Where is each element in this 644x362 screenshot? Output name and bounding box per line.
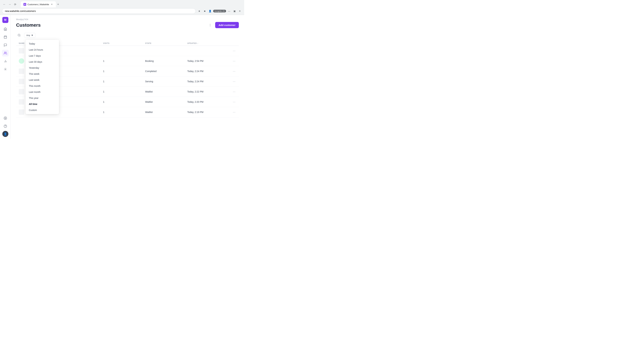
row-actions: ⋯ — [230, 100, 236, 104]
tab-close-button[interactable]: ✕ — [50, 3, 53, 6]
close-window-button[interactable]: ✕ — [238, 9, 242, 13]
visits-cell: 1 — [103, 100, 145, 103]
visits-cell: 1 — [103, 111, 145, 113]
dropdown-item-today[interactable]: Today — [26, 41, 59, 47]
back-button[interactable]: ← — [2, 2, 7, 7]
svg-point-16 — [18, 34, 20, 36]
visits-cell: 1 — [103, 80, 145, 83]
filter-label: Any — [26, 34, 30, 36]
sidebar-item-settings[interactable] — [2, 66, 9, 72]
incognito-badge: Incognito (2) — [213, 10, 226, 12]
search-button[interactable] — [16, 32, 22, 38]
time-filter-dropdown[interactable]: Any ▼ — [24, 33, 36, 38]
browser-chrome: ← → ⟳ W Customers | Waitwhile ✕ + new.wa… — [0, 0, 244, 15]
avatar — [19, 48, 24, 53]
updated-cell: Today, 2:24 PM — [187, 80, 230, 83]
updated-cell: Today, 2:22 PM — [187, 90, 230, 93]
new-tab-button[interactable]: + — [56, 2, 60, 7]
browser-tab[interactable]: W Customers | Waitwhile ✕ — [21, 1, 56, 7]
extensions-button[interactable]: ■ — [202, 9, 207, 13]
state-cell: Serving — [145, 80, 187, 83]
sidebar-item-customers[interactable] — [2, 50, 9, 56]
dropdown-item-this-month[interactable]: This month — [26, 83, 59, 89]
state-cell: Waitlist — [145, 111, 187, 113]
state-cell: Waitlist — [145, 100, 187, 103]
tab-title: Customers | Waitwhile — [28, 3, 49, 6]
row-menu-button[interactable]: ⋯ — [232, 110, 236, 114]
visits-cell: 1 — [103, 90, 145, 93]
row-menu-button[interactable]: ⋯ — [232, 89, 236, 94]
main-content: Moodjoy7434 Customers Add customer — [11, 15, 244, 139]
sidebar-item-messages[interactable] — [2, 42, 9, 48]
more-options-button[interactable] — [207, 22, 213, 28]
header-actions: Add customer — [207, 22, 239, 28]
dropdown-item-last-7-days[interactable]: Last 7 days — [26, 53, 59, 59]
updated-cell: Today, 2:20 PM — [187, 100, 230, 103]
row-menu-button[interactable]: ⋯ — [232, 69, 236, 73]
avatar — [19, 68, 24, 74]
forward-button[interactable]: → — [8, 2, 12, 7]
svg-point-8 — [5, 69, 6, 70]
reload-button[interactable]: ⟳ — [13, 2, 18, 7]
row-actions: ⋯ — [230, 49, 236, 53]
browser-nav: ← → ⟳ — [2, 2, 18, 7]
dropdown-item-last-30-days[interactable]: Last 30 days — [26, 59, 59, 65]
row-menu-button[interactable]: ⋯ — [232, 79, 236, 84]
sidebar-item-home[interactable] — [2, 26, 9, 32]
visits-cell: 1 — [103, 70, 145, 72]
avatar — [19, 99, 24, 105]
svg-point-13 — [210, 24, 210, 24]
bookmark-button[interactable]: ★ — [197, 9, 202, 13]
add-customer-button[interactable]: Add customer — [215, 22, 239, 28]
toolbar: Any ▼ — [16, 32, 239, 38]
header-updated: UPDATED ↕ — [187, 42, 230, 44]
dropdown-item-custom[interactable]: Custom — [26, 107, 59, 113]
tab-favicon: W — [24, 3, 26, 6]
header-actions — [230, 42, 236, 44]
address-bar-row: new.waitwhile.com/customers ★ ■ 👤 Incogn… — [0, 7, 244, 15]
row-actions: ⋯ — [230, 59, 236, 63]
app-container: M — [0, 15, 244, 139]
minimize-button[interactable]: — — [227, 9, 232, 13]
svg-point-4 — [4, 52, 6, 53]
updated-cell: Today, 2:54 PM — [187, 60, 230, 62]
sidebar-org-avatar[interactable]: M — [2, 17, 8, 23]
dropdown-item-last-24-hours[interactable]: Last 24 hours — [26, 47, 59, 53]
header-state: STATE — [145, 42, 187, 44]
avatar — [19, 79, 24, 84]
avatar — [19, 58, 24, 64]
dropdown-item-last-week[interactable]: Last week — [26, 77, 59, 83]
browser-title-bar: ← → ⟳ W Customers | Waitwhile ✕ + — [0, 0, 244, 7]
browser-actions: ★ ■ 👤 Incognito (2) — ▣ ✕ — [197, 9, 242, 13]
svg-point-9 — [4, 117, 7, 120]
sidebar-item-calendar[interactable] — [2, 34, 9, 40]
dropdown-item-this-week[interactable]: This week — [26, 71, 59, 77]
page-header: Customers Add customer — [16, 22, 239, 28]
dropdown-item-yesterday[interactable]: Yesterday — [26, 65, 59, 71]
maximize-button[interactable]: ▣ — [232, 9, 237, 13]
user-avatar[interactable]: 👤 — [2, 131, 8, 137]
svg-marker-10 — [5, 118, 6, 119]
sidebar-item-help[interactable] — [2, 123, 9, 130]
row-menu-button[interactable]: ⋯ — [232, 49, 236, 53]
sidebar-item-integrations[interactable] — [2, 115, 9, 121]
row-actions: ⋯ — [230, 110, 236, 114]
row-actions: ⋯ — [230, 89, 236, 94]
sidebar-item-analytics[interactable] — [2, 58, 9, 64]
sidebar: M — [0, 15, 11, 139]
avatar — [19, 89, 24, 94]
chevron-down-icon: ▼ — [31, 34, 33, 36]
svg-point-14 — [210, 25, 210, 25]
row-actions: ⋯ — [230, 79, 236, 84]
address-bar[interactable]: new.waitwhile.com/customers — [2, 8, 196, 14]
dropdown-item-last-month[interactable]: Last month — [26, 89, 59, 95]
dropdown-item-all-time[interactable]: All time — [26, 101, 59, 107]
page-title: Customers — [16, 22, 40, 28]
row-menu-button[interactable]: ⋯ — [232, 59, 236, 63]
time-filter-dropdown-menu: Today Last 24 hours Last 7 days Last 30 … — [26, 40, 59, 114]
state-cell: Completed — [145, 70, 187, 72]
row-actions: ⋯ — [230, 69, 236, 73]
row-menu-button[interactable]: ⋯ — [232, 100, 236, 104]
profile-button[interactable]: 👤 — [208, 9, 212, 13]
dropdown-item-this-year[interactable]: This year — [26, 95, 59, 101]
